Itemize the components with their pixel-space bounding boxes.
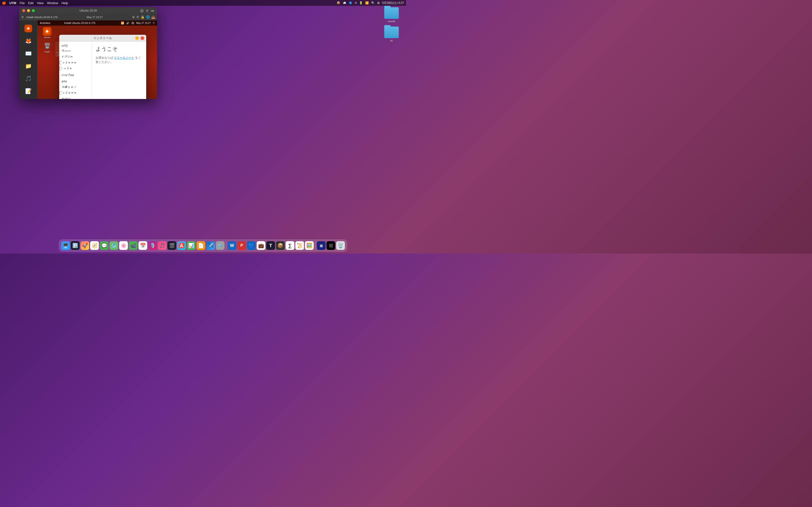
dock-numbers[interactable]: 📊 bbox=[187, 241, 196, 250]
maximize-button[interactable] bbox=[32, 9, 35, 12]
dock-tv[interactable]: 🎬 bbox=[167, 241, 176, 250]
release-note-link[interactable]: リリースノート bbox=[114, 56, 134, 59]
sound-status-icon[interactable]: 🔊 bbox=[126, 21, 130, 24]
edit-menu[interactable]: Edit bbox=[28, 1, 33, 5]
ubuntu-topbar-right: 📶 🔊 ⏻ May 27 15:27 ▽ bbox=[121, 21, 155, 24]
lang-item-myanmar3[interactable]: မြန်မာဘာသာ bbox=[59, 90, 92, 96]
dock-testflight[interactable]: ✈️ bbox=[206, 241, 215, 250]
dock-music[interactable]: 🎵 bbox=[158, 241, 166, 250]
dock-slack[interactable]: 💼 bbox=[257, 241, 265, 250]
dialog-minimize-button[interactable]: − bbox=[135, 36, 139, 40]
dock-pockity2[interactable]: 📦 bbox=[276, 241, 285, 250]
ubuntu-sidebar: 🦊 ✉️ 📁 🎵 📝 A ❓ ⋮⋮⋮ bbox=[19, 20, 38, 99]
activities-button[interactable]: Activities bbox=[40, 21, 50, 24]
sidebar-item-rhythmbox[interactable]: 🎵 bbox=[21, 73, 36, 84]
power-icon[interactable]: ⏻ bbox=[140, 9, 144, 12]
prev-icon[interactable]: ⏮ bbox=[151, 9, 154, 12]
dock-typora[interactable]: T bbox=[266, 241, 275, 250]
minimize-button[interactable] bbox=[27, 9, 30, 12]
dock-podcasts[interactable]: 🎙️ bbox=[148, 241, 157, 250]
apple-menu[interactable]: 🍎 bbox=[2, 1, 6, 5]
sidebar-item-appstore[interactable]: A bbox=[21, 99, 36, 99]
lang-item-lao[interactable]: ລາວ bbox=[59, 78, 92, 84]
ubuntu-topbar: Activities Install Ubuntu 20.04.4 LTS 📶 … bbox=[38, 20, 157, 25]
writer-icon: 📝 bbox=[24, 88, 32, 95]
dock-finder[interactable]: 🖥️ bbox=[61, 241, 70, 250]
lang-item-khmer[interactable]: ភាសាខ្មែរ bbox=[59, 84, 92, 90]
network-icon[interactable]: 🌐 bbox=[146, 15, 150, 19]
dock-preview[interactable]: 🖼️ bbox=[305, 241, 314, 250]
utm-menu[interactable]: UTM bbox=[9, 1, 16, 5]
settings-icon[interactable]: ⚙ bbox=[136, 15, 139, 19]
dock-settings[interactable]: ⚙️ bbox=[216, 241, 224, 250]
topbar-menu-icon[interactable]: ▽ bbox=[153, 21, 155, 24]
lang-item-kannada[interactable]: ಕನ್ನಡ bbox=[59, 54, 92, 60]
utm-titlebar: Ubuntu 20.04 ⏻ ⏸ ⏮ bbox=[19, 7, 157, 14]
file-menu[interactable]: File bbox=[19, 1, 24, 5]
search-icon[interactable]: 🔍 bbox=[371, 1, 375, 5]
dock-appstore[interactable]: 🅰️ bbox=[177, 241, 186, 250]
utm-date-center: May 27 15:27 bbox=[87, 16, 103, 18]
dock-calendar[interactable]: 📅 bbox=[139, 241, 147, 250]
display-icon[interactable]: 🖥 bbox=[132, 15, 135, 19]
dock-messages[interactable]: 💬 bbox=[100, 241, 108, 250]
utm-window-title: Ubuntu 20.04 bbox=[80, 9, 97, 12]
dock-pockity[interactable]: 🅿️ bbox=[71, 241, 80, 250]
sidebar-item-ubuntu[interactable] bbox=[21, 23, 36, 34]
desktop-icon-sound-label: sound bbox=[388, 20, 395, 23]
sidebar-item-files[interactable]: 📁 bbox=[21, 61, 36, 71]
lang-item-thai[interactable]: ภาษาไทย bbox=[59, 71, 92, 78]
dock-safari[interactable]: 🧭 bbox=[90, 241, 99, 250]
window-menu[interactable]: Window bbox=[47, 1, 58, 5]
control-center-icon[interactable]: ⊞ bbox=[377, 1, 379, 5]
dock-maps[interactable]: 🗺️ bbox=[109, 241, 118, 250]
dock-pages[interactable]: 📄 bbox=[197, 241, 205, 250]
dock-powerpoint[interactable]: P bbox=[237, 241, 246, 250]
sidebar-item-writer[interactable]: 📝 bbox=[21, 86, 36, 97]
files-icon: 📁 bbox=[24, 62, 32, 70]
dialog-close-button[interactable]: × bbox=[140, 36, 144, 40]
dock-trash[interactable]: 🗑️ bbox=[336, 241, 345, 250]
lock-icon[interactable]: 🔒 bbox=[141, 15, 145, 19]
ubuntu-desktop: Activities Install Ubuntu 20.04.4 LTS 📶 … bbox=[38, 20, 157, 99]
battery-icon: 🔋 bbox=[359, 1, 363, 5]
dock-photos[interactable]: 🌸 bbox=[119, 241, 128, 250]
lang-item-myanmar[interactable]: မြန်မာဘာသာ bbox=[59, 60, 92, 66]
release-note-prefix: お望みならば bbox=[96, 56, 113, 59]
ubuntu-desktop-icon-trash[interactable]: 🗑️ Trash bbox=[40, 42, 54, 53]
dropbox-icon: 📦 bbox=[337, 1, 340, 5]
dock-launchpad[interactable]: 🚀 bbox=[81, 241, 89, 250]
network-status-icon[interactable]: 📶 bbox=[121, 21, 124, 24]
dock-grapher[interactable]: ∑ bbox=[286, 241, 294, 250]
wifi-icon: 📶 bbox=[365, 1, 369, 5]
lang-item-tamil[interactable]: தமிழ் bbox=[59, 43, 92, 48]
pause-icon[interactable]: ⏸ bbox=[146, 9, 149, 12]
desktop-icon-sound[interactable]: sound bbox=[382, 7, 401, 23]
sidebar-item-thunderbird[interactable]: ✉️ bbox=[21, 48, 36, 59]
lang-item-myanmar2[interactable]: ြမန်မာ bbox=[59, 66, 92, 71]
ubuntu-desktop-icon-ubuntu[interactable]: ubuntu bbox=[40, 27, 54, 39]
lang-item-korean[interactable]: 한국어 bbox=[59, 96, 92, 99]
dock-facetime[interactable]: 📹 bbox=[129, 241, 138, 250]
dock-scripteditor[interactable]: 📜 bbox=[295, 241, 304, 250]
utm-main: Activities Install Ubuntu 20.04.4 LTS 📶 … bbox=[38, 20, 157, 99]
dock-word[interactable]: W bbox=[227, 241, 236, 250]
menubar: 🍎 UTM File Edit View Window Help 📦 ☁️ 🔷 … bbox=[0, 0, 406, 6]
dock-vscode[interactable]: 💙 bbox=[247, 241, 256, 250]
help-menu[interactable]: Help bbox=[62, 1, 68, 5]
topbar-title: Install Ubuntu 20.04.4 LTS bbox=[64, 21, 95, 24]
lang-item-telugu[interactable]: తెలుగు bbox=[59, 48, 92, 54]
power-status-icon[interactable]: ⏻ bbox=[132, 21, 134, 24]
dock-missioncontrol[interactable]: ▦ bbox=[317, 241, 325, 250]
topbar-date: May 27 15:27 bbox=[136, 22, 151, 24]
desktop-icon-sc[interactable]: sc bbox=[382, 26, 401, 42]
close-button[interactable] bbox=[22, 9, 25, 12]
view-menu[interactable]: View bbox=[37, 1, 44, 5]
share-icon[interactable]: 📤 bbox=[151, 15, 155, 19]
utm-content: 🦊 ✉️ 📁 🎵 📝 A ❓ ⋮⋮⋮ bbox=[19, 20, 157, 99]
language-list: தமிழ் తెలుగు ಕನ್ನಡ မြန်မာဘာသာ ြမန်မာ ภาษ… bbox=[59, 42, 92, 99]
dock-terminal[interactable]: ⬛ bbox=[326, 241, 335, 250]
menubar-right: 📦 ☁️ 🔷 A 🔋 📶 🔍 ⊞ 5月28日(土) 0:27 bbox=[337, 1, 404, 5]
sidebar-item-firefox[interactable]: 🦊 bbox=[21, 36, 36, 46]
font-icon: A bbox=[355, 1, 357, 5]
